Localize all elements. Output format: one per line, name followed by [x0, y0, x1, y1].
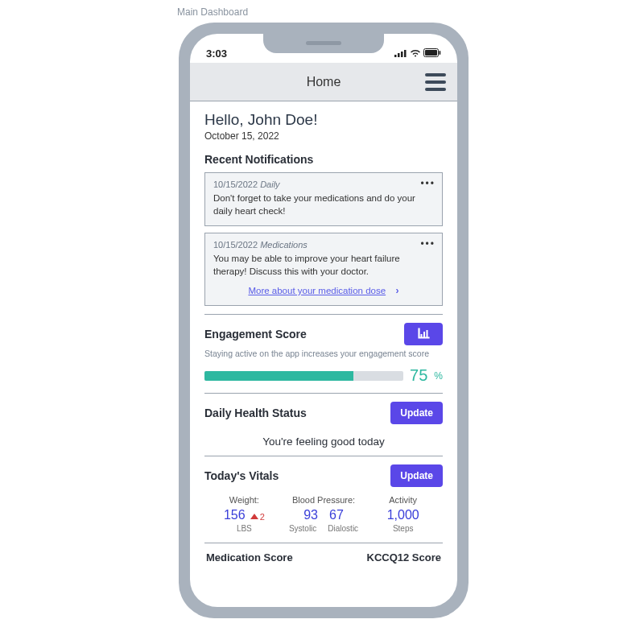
notification-date: 10/15/2022	[213, 240, 258, 250]
divider	[204, 314, 443, 315]
kccq12-score-title: KCCQ12 Score	[367, 551, 441, 564]
page-caption: Main Dashboard	[177, 6, 248, 18]
engagement-progress: 75%	[204, 366, 443, 385]
daily-status-update-button[interactable]: Update	[390, 402, 443, 424]
engagement-subtext: Staying active on the app increases your…	[204, 349, 443, 358]
svg-rect-0	[394, 55, 397, 57]
wifi-icon	[410, 48, 421, 60]
menu-icon[interactable]	[425, 73, 446, 91]
medication-score-title: Medication Score	[206, 551, 293, 564]
daily-status-text: You're feeling good today	[204, 436, 443, 448]
chevron-right-icon: ›	[396, 285, 399, 296]
vital-bp: Blood Pressure: 93 67 Systolic Dialostic	[284, 495, 364, 533]
bp-diastolic: 67	[329, 508, 344, 522]
content-area: Hello, John Doe! October 15, 2022 Recent…	[190, 101, 457, 607]
notification-card: ••• 10/15/2022 Medications You may be ab…	[204, 233, 443, 306]
svg-rect-2	[401, 52, 403, 57]
vitals-title: Today's Vitals	[204, 469, 279, 482]
header-title: Home	[307, 75, 341, 89]
svg-rect-7	[421, 334, 423, 337]
notification-text: You may be able to improve your heart fa…	[213, 253, 434, 278]
svg-rect-6	[440, 51, 441, 55]
notification-category: Daily	[260, 180, 279, 189]
engagement-info-button[interactable]	[404, 323, 443, 345]
engagement-title: Engagement Score	[204, 328, 307, 341]
engagement-value: 75	[410, 366, 427, 385]
svg-rect-3	[404, 50, 407, 57]
vital-activity: Activity 1,000 Steps	[363, 495, 443, 533]
svg-rect-1	[398, 53, 400, 57]
notifications-title: Recent Notifications	[204, 153, 443, 166]
bp-diastolic-label: Dialostic	[328, 524, 358, 533]
notification-date: 10/15/2022	[213, 180, 258, 189]
status-indicators	[394, 48, 441, 60]
daily-status-title: Daily Health Status	[204, 407, 307, 419]
vital-label: Activity	[363, 495, 443, 505]
vital-label: Blood Pressure:	[284, 495, 364, 505]
trend-up-icon: 2	[250, 512, 265, 522]
greeting: Hello, John Doe!	[204, 111, 443, 129]
phone-notch	[263, 34, 384, 53]
vital-weight: Weight: 156 2 LBS	[204, 495, 284, 533]
svg-rect-9	[427, 330, 428, 337]
chart-icon	[417, 328, 430, 341]
bp-systolic-label: Systolic	[289, 524, 316, 533]
notification-card: ••• 10/15/2022 Daily Don't forget to tak…	[204, 172, 443, 226]
progress-fill	[204, 371, 353, 381]
more-icon[interactable]: •••	[420, 178, 436, 189]
vital-label: Weight:	[204, 495, 284, 505]
app-header: Home	[190, 63, 457, 101]
bottom-peek: Medication Score KCCQ12 Score	[204, 543, 443, 564]
activity-unit: Steps	[393, 524, 414, 533]
weight-value: 156	[224, 508, 246, 522]
svg-rect-5	[425, 50, 437, 56]
divider	[204, 393, 443, 394]
notification-category: Medications	[260, 240, 308, 250]
notification-text: Don't forget to take your medications an…	[213, 192, 434, 217]
vitals-update-button[interactable]: Update	[390, 464, 443, 487]
date: October 15, 2022	[204, 130, 443, 142]
battery-icon	[423, 48, 441, 60]
notification-link[interactable]: More about your medication dose	[248, 286, 386, 295]
svg-rect-8	[423, 332, 425, 337]
percent-symbol: %	[434, 370, 443, 382]
divider	[204, 456, 443, 456]
signal-icon	[394, 48, 407, 60]
more-icon[interactable]: •••	[420, 238, 436, 250]
bp-systolic: 93	[303, 508, 318, 522]
phone-screen: 3:03 Home Hello, John Doe! October 1	[190, 34, 457, 607]
status-time: 3:03	[206, 47, 227, 60]
activity-value: 1,000	[387, 508, 419, 522]
weight-unit: LBS	[237, 524, 252, 533]
phone-frame: 3:03 Home Hello, John Doe! October 1	[179, 23, 469, 618]
trend-delta: 2	[260, 512, 265, 522]
vitals-row: Weight: 156 2 LBS Blood Pressure: 93 67 …	[204, 495, 443, 533]
